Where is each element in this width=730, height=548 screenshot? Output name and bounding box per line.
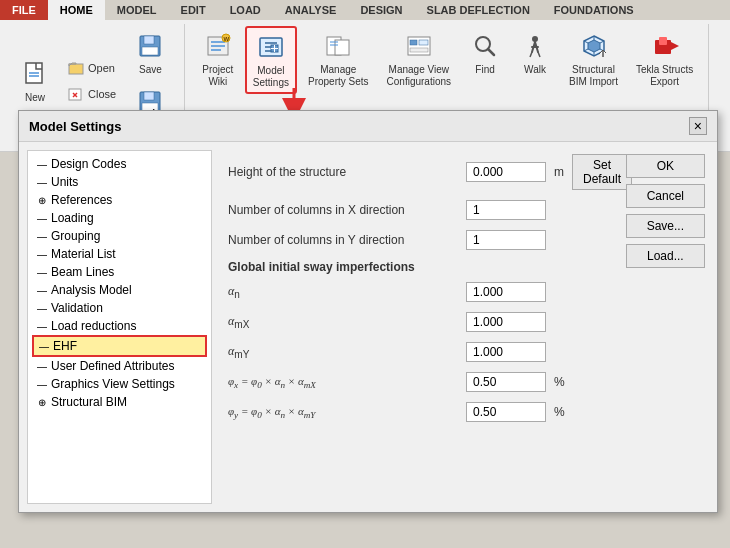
svg-rect-9 — [142, 47, 158, 55]
svg-rect-31 — [408, 37, 430, 55]
save-icon — [134, 30, 166, 62]
tree-item-material-list[interactable]: — Material List — [32, 245, 207, 263]
project-wiki-label: ProjectWiki — [202, 64, 233, 88]
expand-icon: — — [36, 266, 48, 278]
find-icon — [469, 30, 501, 62]
tab-slab-deflection[interactable]: SLAB DEFLECTION — [415, 0, 542, 20]
tree-item-ehf[interactable]: — EHF — [32, 335, 207, 357]
alpha-my-input[interactable] — [466, 342, 546, 362]
tree-item-design-codes[interactable]: — Design Codes — [32, 155, 207, 173]
dialog-body: — Design Codes — Units ⊕ References — Lo… — [19, 142, 717, 512]
expand-icon: — — [36, 248, 48, 260]
manage-view-configurations-icon — [403, 30, 435, 62]
ok-button[interactable]: OK — [626, 154, 705, 178]
manage-view-configurations-label: Manage ViewConfigurations — [387, 64, 451, 88]
model-settings-button[interactable]: ModelSettings — [245, 26, 297, 94]
expand-icon: — — [36, 320, 48, 332]
svg-text:W: W — [223, 36, 229, 42]
phi-y-unit: % — [554, 405, 565, 419]
tree-item-loading[interactable]: — Loading — [32, 209, 207, 227]
model-settings-icon — [255, 31, 287, 63]
phi-x-row: φx = φ0 × αn × αmX % — [228, 372, 606, 392]
walk-icon — [519, 30, 551, 62]
tab-model[interactable]: MODEL — [105, 0, 169, 20]
save-button[interactable]: Save — [125, 26, 176, 80]
tree-panel: — Design Codes — Units ⊕ References — Lo… — [27, 150, 212, 504]
open-label: Open — [88, 62, 115, 74]
alpha-n-label: αn — [228, 284, 458, 300]
phi-y-label: φy = φ0 × αn × αmY — [228, 404, 458, 420]
cols-x-input[interactable] — [466, 200, 546, 220]
expand-icon: — — [36, 378, 48, 390]
find-button[interactable]: Find — [462, 26, 508, 80]
tab-foundations[interactable]: FOUNDATIONS — [542, 0, 646, 20]
tree-item-graphics-view-settings[interactable]: — Graphics View Settings — [32, 375, 207, 393]
new-button[interactable]: New — [12, 54, 58, 108]
close-button[interactable]: Close — [62, 82, 121, 106]
manage-view-configurations-button[interactable]: Manage ViewConfigurations — [380, 26, 458, 92]
tree-item-grouping[interactable]: — Grouping — [32, 227, 207, 245]
structural-bim-import-button[interactable]: StructuralBIM Import — [562, 26, 625, 92]
load-config-button[interactable]: Load... — [626, 244, 705, 268]
svg-rect-32 — [410, 40, 417, 45]
manage-property-sets-icon — [322, 30, 354, 62]
svg-rect-34 — [410, 48, 428, 52]
svg-rect-3 — [69, 64, 83, 74]
tekla-structs-export-button[interactable]: Tekla StructsExport — [629, 26, 700, 92]
phi-x-input[interactable] — [466, 372, 546, 392]
tree-item-analysis-model[interactable]: — Analysis Model — [32, 281, 207, 299]
open-icon — [67, 59, 85, 77]
sway-section-label: Global initial sway imperfections — [228, 260, 606, 274]
dialog-close-button[interactable]: × — [689, 117, 707, 135]
expand-icon: — — [36, 360, 48, 372]
tree-item-references[interactable]: ⊕ References — [32, 191, 207, 209]
close-label: Close — [88, 88, 116, 100]
tab-load[interactable]: LOAD — [218, 0, 273, 20]
form-panel: Height of the structure m Set Default Nu… — [220, 150, 614, 504]
svg-rect-11 — [144, 92, 154, 100]
tab-design[interactable]: DESIGN — [348, 0, 414, 20]
alpha-mx-input[interactable] — [466, 312, 546, 332]
open-button[interactable]: Open — [62, 56, 121, 80]
save-config-button[interactable]: Save... — [626, 214, 705, 238]
tab-analyse[interactable]: ANALYSE — [273, 0, 349, 20]
ribbon-tab-bar: FILE HOME MODEL EDIT LOAD ANALYSE DESIGN… — [0, 0, 730, 20]
svg-rect-33 — [419, 40, 428, 45]
find-label: Find — [475, 64, 494, 76]
expand-icon: ⊕ — [36, 194, 48, 206]
structural-bim-import-icon — [578, 30, 610, 62]
structural-bim-import-label: StructuralBIM Import — [569, 64, 618, 88]
tab-file[interactable]: FILE — [0, 0, 48, 20]
expand-icon: — — [36, 158, 48, 170]
tab-edit[interactable]: EDIT — [169, 0, 218, 20]
alpha-mx-row: αmX — [228, 312, 606, 332]
tree-item-validation[interactable]: — Validation — [32, 299, 207, 317]
expand-icon: — — [36, 284, 48, 296]
tree-item-load-reductions[interactable]: — Load reductions — [32, 317, 207, 335]
save-label: Save — [139, 64, 162, 76]
expand-icon: — — [36, 302, 48, 314]
height-unit: m — [554, 165, 564, 179]
dialog-right-buttons: OK Cancel Save... Load... — [622, 150, 709, 504]
walk-button[interactable]: Walk — [512, 26, 558, 80]
model-settings-dialog: Model Settings × — Design Codes — Units … — [18, 110, 718, 513]
model-settings-label: ModelSettings — [253, 65, 289, 89]
expand-icon: — — [36, 176, 48, 188]
dialog-title: Model Settings — [29, 119, 121, 134]
height-row: Height of the structure m Set Default — [228, 154, 606, 190]
tekla-structs-export-icon — [649, 30, 681, 62]
tree-item-units[interactable]: — Units — [32, 173, 207, 191]
phi-y-input[interactable] — [466, 402, 546, 422]
svg-line-36 — [488, 49, 494, 55]
manage-property-sets-button[interactable]: ManageProperty Sets — [301, 26, 376, 92]
tab-home[interactable]: HOME — [48, 0, 105, 20]
cols-y-input[interactable] — [466, 230, 546, 250]
tree-item-structural-bim[interactable]: ⊕ Structural BIM — [32, 393, 207, 411]
cols-x-label: Number of columns in X direction — [228, 203, 458, 217]
cancel-button[interactable]: Cancel — [626, 184, 705, 208]
height-input[interactable] — [466, 162, 546, 182]
tree-item-user-defined-attributes[interactable]: — User Defined Attributes — [32, 357, 207, 375]
tree-item-beam-lines[interactable]: — Beam Lines — [32, 263, 207, 281]
alpha-n-input[interactable] — [466, 282, 546, 302]
project-wiki-button[interactable]: W ProjectWiki — [195, 26, 241, 92]
